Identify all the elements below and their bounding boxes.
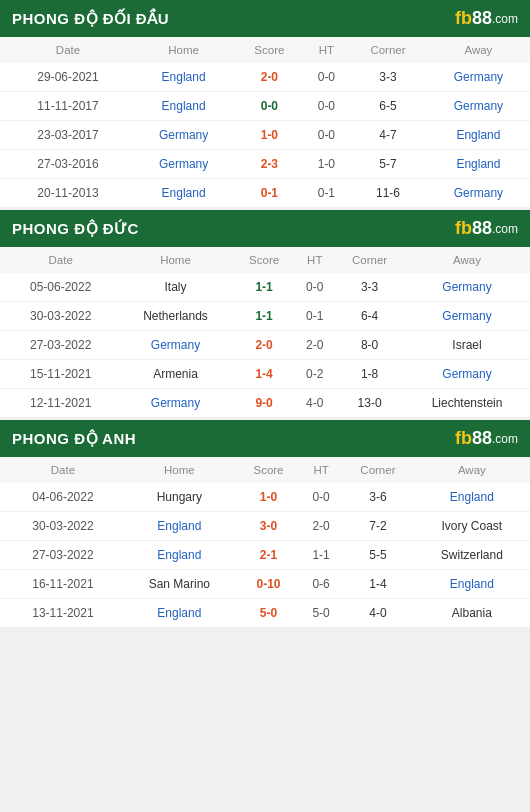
away-team[interactable]: Germany — [404, 360, 530, 389]
match-date: 27-03-2022 — [0, 541, 122, 570]
halftime-score: 0-0 — [304, 63, 350, 92]
match-score: 1-1 — [234, 302, 295, 331]
col-header-away: Away — [414, 457, 530, 483]
halftime-score: 0-0 — [295, 273, 336, 302]
table-row: 30-03-2022Netherlands1-10-16-4Germany — [0, 302, 530, 331]
col-header-ht: HT — [295, 247, 336, 273]
col-header-ht: HT — [304, 37, 350, 63]
halftime-score: 5-0 — [300, 599, 342, 628]
away-team[interactable]: Germany — [404, 302, 530, 331]
match-score: 2-3 — [235, 150, 303, 179]
match-date: 23-03-2017 — [0, 121, 132, 150]
col-header-corner: Corner — [335, 247, 404, 273]
halftime-score: 1-1 — [300, 541, 342, 570]
logo-text: fb88 — [455, 8, 492, 29]
col-header-home: Home — [122, 457, 237, 483]
home-team[interactable]: Germany — [132, 121, 235, 150]
home-team[interactable]: Germany — [117, 331, 233, 360]
match-score: 1-0 — [237, 483, 300, 512]
corner-count: 11-6 — [349, 179, 427, 208]
home-team[interactable]: England — [132, 63, 235, 92]
match-score: 0-0 — [235, 92, 303, 121]
corner-count: 8-0 — [335, 331, 404, 360]
logo-dot: .com — [492, 12, 518, 26]
corner-count: 3-6 — [342, 483, 414, 512]
home-team[interactable]: Germany — [117, 389, 233, 418]
home-team: Netherlands — [117, 302, 233, 331]
home-team[interactable]: Germany — [132, 150, 235, 179]
col-header-corner: Corner — [342, 457, 414, 483]
home-team[interactable]: England — [132, 92, 235, 121]
away-team[interactable]: Germany — [404, 273, 530, 302]
table-row: 29-06-2021England2-00-03-3Germany — [0, 63, 530, 92]
home-team[interactable]: England — [132, 179, 235, 208]
corner-count: 5-5 — [342, 541, 414, 570]
corner-count: 3-3 — [335, 273, 404, 302]
match-date: 12-11-2021 — [0, 389, 117, 418]
home-team: Hungary — [122, 483, 237, 512]
col-header-score: Score — [234, 247, 295, 273]
match-date: 11-11-2017 — [0, 92, 132, 121]
away-team[interactable]: England — [414, 483, 530, 512]
match-score: 0-1 — [235, 179, 303, 208]
fb88-logo: fb88.com — [455, 218, 518, 239]
away-team[interactable]: England — [427, 150, 530, 179]
fb88-logo: fb88.com — [455, 8, 518, 29]
away-team[interactable]: Germany — [427, 63, 530, 92]
corner-count: 4-7 — [349, 121, 427, 150]
away-team: Albania — [414, 599, 530, 628]
col-header-away: Away — [427, 37, 530, 63]
section-head-to-head: PHONG ĐỘ ĐỐI ĐẦUfb88.comDateHomeScoreHTC… — [0, 0, 530, 208]
away-team[interactable]: Germany — [427, 92, 530, 121]
home-team[interactable]: England — [122, 541, 237, 570]
match-score: 0-10 — [237, 570, 300, 599]
home-team[interactable]: England — [122, 599, 237, 628]
away-team: Liechtenstein — [404, 389, 530, 418]
corner-count: 6-4 — [335, 302, 404, 331]
col-header-score: Score — [237, 457, 300, 483]
col-header-date: Date — [0, 37, 132, 63]
halftime-score: 0-0 — [304, 92, 350, 121]
col-header-home: Home — [117, 247, 233, 273]
away-team: Israel — [404, 331, 530, 360]
logo-text: fb88 — [455, 218, 492, 239]
corner-count: 7-2 — [342, 512, 414, 541]
match-score: 3-0 — [237, 512, 300, 541]
table-row: 12-11-2021Germany9-04-013-0Liechtenstein — [0, 389, 530, 418]
table-row: 13-11-2021England5-05-04-0Albania — [0, 599, 530, 628]
match-score: 1-1 — [234, 273, 295, 302]
match-score: 1-4 — [234, 360, 295, 389]
corner-count: 5-7 — [349, 150, 427, 179]
match-score: 2-0 — [234, 331, 295, 360]
logo-text: fb88 — [455, 428, 492, 449]
match-score: 2-0 — [235, 63, 303, 92]
table-row: 27-03-2016Germany2-31-05-7England — [0, 150, 530, 179]
table-row: 16-11-2021San Marino0-100-61-4England — [0, 570, 530, 599]
section-title: PHONG ĐỘ ĐỨC — [12, 220, 139, 238]
table-row: 27-03-2022England2-11-15-5Switzerland — [0, 541, 530, 570]
away-team[interactable]: England — [414, 570, 530, 599]
halftime-score: 0-1 — [295, 302, 336, 331]
away-team[interactable]: England — [427, 121, 530, 150]
corner-count: 6-5 — [349, 92, 427, 121]
home-team: San Marino — [122, 570, 237, 599]
halftime-score: 0-1 — [304, 179, 350, 208]
match-score: 5-0 — [237, 599, 300, 628]
away-team: Switzerland — [414, 541, 530, 570]
corner-count: 1-8 — [335, 360, 404, 389]
corner-count: 1-4 — [342, 570, 414, 599]
logo-dot: .com — [492, 432, 518, 446]
home-team[interactable]: England — [122, 512, 237, 541]
section-header: PHONG ĐỘ ANHfb88.com — [0, 420, 530, 457]
match-date: 15-11-2021 — [0, 360, 117, 389]
section-england-form: PHONG ĐỘ ANHfb88.comDateHomeScoreHTCorne… — [0, 420, 530, 628]
data-table: DateHomeScoreHTCornerAway05-06-2022Italy… — [0, 247, 530, 418]
home-team: Italy — [117, 273, 233, 302]
section-header: PHONG ĐỘ ĐỐI ĐẦUfb88.com — [0, 0, 530, 37]
away-team[interactable]: Germany — [427, 179, 530, 208]
table-row: 15-11-2021Armenia1-40-21-8Germany — [0, 360, 530, 389]
table-row: 11-11-2017England0-00-06-5Germany — [0, 92, 530, 121]
halftime-score: 0-6 — [300, 570, 342, 599]
halftime-score: 0-0 — [304, 121, 350, 150]
section-title: PHONG ĐỘ ĐỐI ĐẦU — [12, 10, 169, 28]
